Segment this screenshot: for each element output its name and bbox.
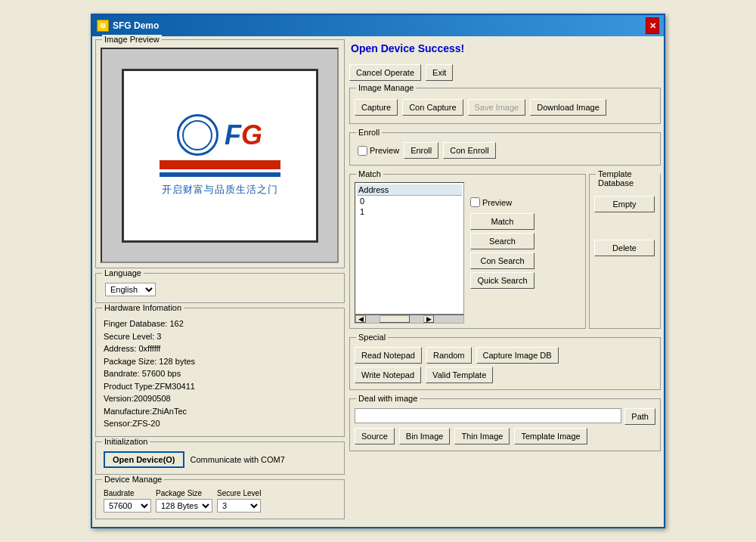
match-preview-text: Preview	[482, 198, 512, 207]
match-button[interactable]: Match	[470, 213, 534, 230]
match-template-row: Match Address 0 1 ◀ ▶	[349, 174, 661, 333]
right-panel: Open Device Success! Cancel Operate Exit…	[349, 39, 661, 524]
address-header: Address	[357, 184, 462, 196]
hw-sensor: Sensor:ZFS-20	[104, 417, 336, 430]
enroll-button[interactable]: Enroll	[404, 142, 438, 159]
app-icon: ⊞	[97, 20, 109, 32]
window-body: Image Preview FG 开启财富与品	[92, 36, 664, 527]
search-button[interactable]: Search	[470, 233, 534, 249]
deal-group: Deal with image Path Source Bin Image Th…	[349, 398, 661, 451]
image-preview-group: Image Preview FG 开启财富与品	[95, 39, 345, 268]
fingerprint-inner	[182, 120, 212, 150]
com-text: Communicate with COM7	[191, 455, 285, 464]
address-wrapper: Address 0 1 ◀ ▶	[355, 182, 464, 324]
blue-bar	[160, 172, 280, 177]
read-notepad-button[interactable]: Read Notepad	[355, 347, 422, 364]
address-item-0: 0	[357, 196, 462, 206]
close-button[interactable]: ✕	[646, 17, 659, 34]
hardware-group: Hardware Infomation Finger Database: 162…	[95, 308, 345, 437]
source-button[interactable]: Source	[355, 428, 395, 444]
special-row-2: Write Notepad Valid Template	[355, 365, 655, 385]
address-item-1: 1	[357, 206, 462, 217]
language-label: Language	[102, 268, 144, 277]
write-notepad-button[interactable]: Write Notepad	[355, 367, 421, 383]
capture-image-db-button[interactable]: Capture Image DB	[476, 347, 559, 364]
image-preview-box: FG 开启财富与品质生活之门	[101, 48, 339, 263]
secure-level-select[interactable]: 3 1 2 4 5	[217, 499, 261, 513]
image-manage-label: Image Manage	[356, 83, 416, 92]
exit-button[interactable]: Exit	[426, 64, 453, 81]
cancel-operate-button[interactable]: Cancel Operate	[349, 64, 421, 81]
hardware-info: Finger Database: 162 Secure Level: 3 Add…	[101, 316, 339, 432]
logo-top: FG	[177, 114, 262, 156]
hw-product-type: Product Type:ZFM30411	[104, 380, 336, 393]
random-button[interactable]: Random	[426, 347, 472, 364]
bin-image-button[interactable]: Bin Image	[399, 428, 451, 444]
window-title: SFG Demo	[113, 20, 159, 31]
empty-button[interactable]: Empty	[594, 196, 655, 212]
enroll-label: Enroll	[356, 128, 382, 137]
deal-label: Deal with image	[356, 394, 420, 403]
fg-logo-text: FG	[225, 122, 262, 149]
template-db-group: Template Database Empty Delete	[589, 174, 661, 329]
language-group: Language English Chinese	[95, 273, 345, 303]
path-input[interactable]	[355, 408, 621, 423]
preview-checkbox-label: Preview	[358, 146, 399, 156]
package-size-col: Package Size 128 Bytes 64 Bytes 256 Byte…	[156, 489, 212, 513]
language-select-row: English Chinese	[101, 281, 339, 298]
con-search-button[interactable]: Con Search	[470, 252, 534, 269]
save-image-button[interactable]: Save Image	[468, 99, 526, 116]
con-enroll-button[interactable]: Con Enroll	[443, 142, 495, 159]
path-row: Path	[355, 407, 655, 426]
special-label: Special	[356, 333, 388, 342]
capture-button[interactable]: Capture	[355, 99, 398, 116]
address-scrollbar[interactable]: ◀ ▶	[355, 314, 464, 324]
scroll-right-arrow[interactable]: ▶	[423, 315, 434, 323]
titlebar: ⊞ SFG Demo ✕	[92, 15, 664, 36]
chinese-text: 开启财富与品质生活之门	[162, 183, 278, 197]
red-bar	[160, 160, 280, 169]
scroll-left-arrow[interactable]: ◀	[355, 315, 366, 323]
match-preview-label: Preview	[470, 197, 534, 207]
device-manage-row: Baudrate 57600 115200 9600 Package Size …	[101, 488, 339, 514]
template-db-label: Template Database	[596, 169, 660, 187]
hw-manufacture: Manufacture:ZhiAnTec	[104, 405, 336, 418]
cancel-exit-row: Cancel Operate Exit	[349, 61, 661, 84]
path-button[interactable]: Path	[624, 408, 655, 425]
preview-checkbox[interactable]	[358, 146, 367, 156]
secure-level-col: Secure Level 3 1 2 4 5	[217, 489, 261, 513]
titlebar-left: ⊞ SFG Demo	[97, 20, 159, 32]
fingerprint-icon	[177, 114, 218, 156]
baudrate-select[interactable]: 57600 115200 9600	[104, 499, 151, 513]
open-device-button[interactable]: Open Device(O)	[104, 451, 184, 468]
special-group: Special Read Notepad Random Capture Imag…	[349, 337, 661, 390]
language-select[interactable]: English Chinese	[105, 283, 156, 296]
quick-search-button[interactable]: Quick Search	[470, 272, 534, 289]
image-manage-buttons: Capture Con Capture Save Image Download …	[355, 96, 655, 119]
package-size-label: Package Size	[156, 489, 212, 497]
image-preview-label: Image Preview	[102, 35, 162, 44]
hw-package-size: Package Size: 128 bytes	[104, 355, 336, 368]
baudrate-col: Baudrate 57600 115200 9600	[104, 489, 151, 513]
scroll-thumb[interactable]	[380, 315, 410, 323]
enroll-row: Preview Enroll Con Enroll	[355, 141, 655, 160]
preview-text: Preview	[370, 146, 399, 155]
download-image-button[interactable]: Download Image	[530, 99, 606, 116]
thin-image-button[interactable]: Thin Image	[454, 428, 510, 444]
logo-area: FG 开启财富与品质生活之门	[122, 69, 318, 243]
device-manage-label: Device Manage	[102, 475, 164, 484]
image-manage-group: Image Manage Capture Con Capture Save Im…	[349, 88, 661, 124]
match-preview-checkbox[interactable]	[470, 197, 480, 207]
valid-template-button[interactable]: Valid Template	[426, 367, 493, 383]
match-inner: Address 0 1 ◀ ▶	[355, 182, 581, 324]
baudrate-label: Baudrate	[104, 489, 151, 497]
template-image-button[interactable]: Template Image	[514, 428, 587, 444]
main-window: ⊞ SFG Demo ✕ Image Preview FG	[91, 14, 665, 528]
package-size-select[interactable]: 128 Bytes 64 Bytes 256 Bytes	[156, 499, 212, 513]
match-group: Match Address 0 1 ◀ ▶	[349, 174, 586, 329]
con-capture-button[interactable]: Con Capture	[402, 99, 463, 116]
address-list[interactable]: Address 0 1	[355, 182, 464, 314]
match-buttons: Preview Match Search Con Search Quick Se…	[467, 182, 538, 324]
hw-bandrate: Bandrate: 57600 bps	[104, 367, 336, 380]
delete-button[interactable]: Delete	[594, 240, 655, 256]
